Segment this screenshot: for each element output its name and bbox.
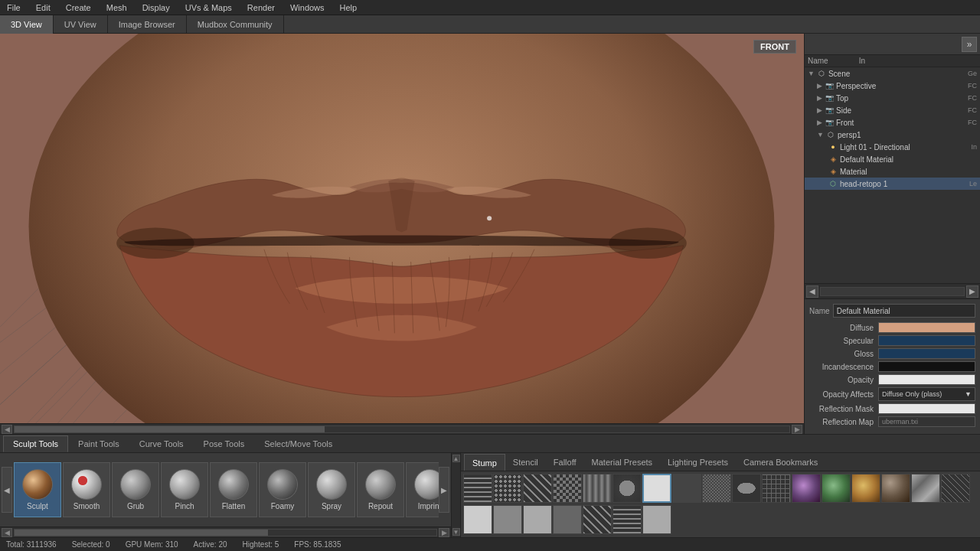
- menu-create[interactable]: Create: [62, 3, 95, 12]
- stencil-item-8[interactable]: [702, 474, 731, 503]
- left-scroll-down-btn[interactable]: ▼: [452, 528, 460, 536]
- tool-pinch[interactable]: Pinch: [161, 462, 208, 517]
- stencil-item-0[interactable]: [463, 474, 492, 503]
- menu-file[interactable]: File: [3, 3, 24, 12]
- menu-bar: File Edit Create Mesh Display UVs & Maps…: [0, 0, 980, 15]
- mesh-icon: ⬡: [828, 178, 838, 189]
- viewport-scrollbar: ◀ ▶: [0, 423, 804, 434]
- stencil-item-16[interactable]: [941, 474, 970, 503]
- tool-smooth[interactable]: Smooth: [63, 462, 110, 517]
- tree-item-scene[interactable]: ▼ ⬡ Scene Ge: [805, 67, 980, 80]
- stencil-item-22[interactable]: [612, 505, 642, 534]
- menu-edit[interactable]: Edit: [32, 3, 54, 12]
- tool-scroll-right-btn[interactable]: ▶: [439, 467, 449, 513]
- reflection-map-swatch[interactable]: uberman.txi: [878, 416, 975, 427]
- opacity-swatch[interactable]: [878, 374, 975, 385]
- tool-foamy[interactable]: Foamy: [259, 462, 306, 517]
- nav-next-btn[interactable]: ▶: [966, 285, 978, 298]
- scroll-right-btn[interactable]: ▶: [792, 425, 802, 434]
- tool-scroll-track[interactable]: [14, 529, 437, 536]
- tree-item-head-retopo[interactable]: ⬡ head-retopo 1 Le: [805, 178, 980, 190]
- stencil-item-1[interactable]: [493, 474, 522, 503]
- tool-scroll-left-btn[interactable]: ◀: [2, 467, 12, 513]
- tab-mudbox-community[interactable]: Mudbox Community: [187, 15, 284, 34]
- stencil-item-12[interactable]: [822, 474, 851, 503]
- scroll-left-btn[interactable]: ◀: [2, 425, 12, 434]
- specular-swatch[interactable]: [878, 335, 975, 346]
- stencil-item-23[interactable]: [642, 505, 671, 534]
- stencil-item-10[interactable]: [762, 474, 791, 503]
- tab-paint-tools[interactable]: Paint Tools: [68, 435, 129, 452]
- stencil-tab-camera-bookmarks[interactable]: Camera Bookmarks: [736, 454, 825, 471]
- tree-label-persp1: persp1: [838, 131, 861, 139]
- stencil-tab-stump[interactable]: Stump: [464, 454, 505, 471]
- tab-curve-tools[interactable]: Curve Tools: [129, 435, 194, 452]
- menu-windows[interactable]: Windows: [286, 3, 328, 12]
- stencil-item-7[interactable]: [672, 474, 701, 503]
- stencil-item-13[interactable]: [851, 474, 880, 503]
- stencil-item-21[interactable]: [583, 505, 612, 534]
- tree-item-material[interactable]: ◈ Material: [805, 165, 980, 178]
- menu-uvs-maps[interactable]: UVs & Maps: [181, 3, 236, 12]
- stencil-item-19[interactable]: [523, 505, 552, 534]
- left-scroll-up-btn[interactable]: ▲: [452, 455, 460, 462]
- tool-sculpt[interactable]: Sculpt: [14, 462, 61, 517]
- panel-toggle-btn[interactable]: »: [962, 37, 977, 52]
- tool-flatten[interactable]: Flatten: [210, 462, 257, 517]
- tab-pose-tools[interactable]: Pose Tools: [194, 435, 255, 452]
- stencil-item-11[interactable]: [792, 474, 821, 503]
- tab-image-browser[interactable]: Image Browser: [108, 15, 187, 34]
- tree-item-front[interactable]: ▶ 📷 Front FC: [805, 116, 980, 129]
- tree-item-top[interactable]: ▶ 📷 Top FC: [805, 92, 980, 104]
- tree-item-perspective[interactable]: ▶ 📷 Perspective FC: [805, 80, 980, 92]
- viewport-label: FRONT: [753, 40, 796, 54]
- tree-item-side[interactable]: ▶ 📷 Side FC: [805, 104, 980, 116]
- repout-icon: [365, 469, 396, 500]
- incandescence-swatch[interactable]: [878, 361, 975, 372]
- stencil-item-2[interactable]: [523, 474, 552, 503]
- tool-spray[interactable]: Spray: [308, 462, 355, 517]
- nav-prev-btn[interactable]: ◀: [806, 285, 818, 298]
- menu-display[interactable]: Display: [139, 3, 174, 12]
- stencil-item-17[interactable]: [463, 505, 492, 534]
- stencil-item-3[interactable]: [553, 474, 582, 503]
- scroll-track[interactable]: [14, 425, 790, 433]
- stencil-item-14[interactable]: [881, 474, 910, 503]
- stencil-item-4[interactable]: [583, 474, 612, 503]
- tab-select-move-tools[interactable]: Select/Move Tools: [254, 435, 342, 452]
- diffuse-swatch[interactable]: [878, 322, 975, 333]
- stencil-item-15[interactable]: [911, 474, 940, 503]
- tree-item-light[interactable]: ● Light 01 - Directional In: [805, 141, 980, 153]
- tab-sculpt-tools[interactable]: Sculpt Tools: [3, 435, 68, 452]
- reflection-mask-swatch[interactable]: [878, 403, 975, 414]
- stencil-item-18[interactable]: [493, 505, 522, 534]
- gloss-swatch[interactable]: [878, 348, 975, 359]
- stencil-item-5[interactable]: [612, 474, 642, 503]
- menu-help[interactable]: Help: [336, 3, 361, 12]
- opacity-affects-dropdown[interactable]: Diffuse Only (plass) ▼: [878, 387, 975, 401]
- stencil-item-20[interactable]: [553, 505, 582, 534]
- tool-scroll-track-left[interactable]: ◀: [2, 528, 12, 537]
- tree-item-default-mat[interactable]: ◈ Default Material: [805, 153, 980, 165]
- tree-item-persp1[interactable]: ▼ ⬡ persp1: [805, 129, 980, 141]
- material-name-input[interactable]: [833, 304, 975, 318]
- menu-mesh[interactable]: Mesh: [103, 3, 131, 12]
- stencil-tab-stencil[interactable]: Stencil: [505, 454, 546, 471]
- tab-3d-view[interactable]: 3D View: [0, 15, 54, 34]
- stencil-tab-falloff[interactable]: Falloff: [546, 454, 584, 471]
- nav-row: ◀ ▶: [805, 284, 980, 299]
- tool-scroll-track-right[interactable]: ▶: [439, 528, 449, 537]
- menu-render[interactable]: Render: [243, 3, 279, 12]
- tool-spray-label: Spray: [322, 502, 341, 510]
- stencil-item-6[interactable]: [642, 474, 671, 503]
- tool-grub[interactable]: Grub: [112, 462, 159, 517]
- tab-uv-view[interactable]: UV View: [54, 15, 108, 34]
- tool-flatten-label: Flatten: [222, 502, 246, 510]
- tool-imprint[interactable]: Imprint: [406, 462, 439, 517]
- stencil-tab-material-presets[interactable]: Material Presets: [584, 454, 660, 471]
- stencil-item-9[interactable]: [732, 474, 761, 503]
- stencil-tab-lighting-presets[interactable]: Lighting Presets: [660, 454, 736, 471]
- tab-bar: 3D View UV View Image Browser Mudbox Com…: [0, 15, 980, 34]
- viewport[interactable]: FRONT ◀ ▶: [0, 34, 804, 434]
- tool-repout[interactable]: Repout: [357, 462, 404, 517]
